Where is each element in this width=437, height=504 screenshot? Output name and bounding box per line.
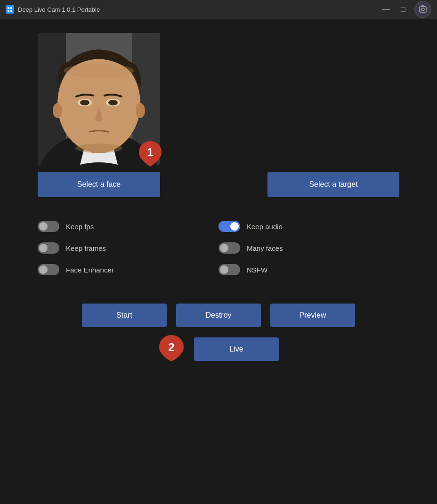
action-buttons: Start Destroy Preview [38, 304, 399, 327]
maximize-button[interactable]: □ [397, 4, 409, 15]
app-icon [6, 5, 14, 14]
many-faces-toggle[interactable] [218, 242, 240, 254]
toggles-section: Keep fps Keep frames Face Enhancer [38, 221, 399, 275]
screenshot-button[interactable] [414, 1, 431, 18]
svg-point-13 [64, 64, 134, 78]
svg-point-16 [80, 100, 89, 105]
keep-fps-toggle[interactable] [38, 221, 59, 232]
target-section: Select a target [267, 33, 399, 197]
face-preview-container: 1 [38, 33, 160, 165]
nsfw-row: NSFW [218, 264, 399, 275]
svg-rect-3 [10, 10, 12, 12]
keep-audio-label: Keep audio [247, 223, 283, 231]
face-count-badge: 1 [138, 140, 162, 169]
face-enhancer-toggle[interactable] [38, 264, 59, 275]
live-button[interactable]: Live [194, 337, 279, 361]
main-content: 1 Select a face Select a target Keep fps [0, 19, 437, 378]
svg-text:1: 1 [147, 146, 153, 159]
many-faces-row: Many faces [218, 242, 399, 254]
live-row: 2 Live [38, 334, 399, 364]
select-target-button[interactable]: Select a target [267, 172, 399, 197]
target-preview-empty [267, 33, 399, 165]
svg-point-18 [53, 103, 62, 118]
toggles-left: Keep fps Keep frames Face Enhancer [38, 221, 218, 275]
keep-frames-toggle[interactable] [38, 242, 59, 254]
svg-rect-4 [420, 7, 426, 12]
window-title: Deep Live Cam 1.0.1 Portable [18, 6, 377, 13]
window-controls: — □ [380, 1, 431, 18]
live-badge: 2 [158, 334, 185, 362]
many-faces-label: Many faces [247, 244, 283, 252]
select-face-button[interactable]: Select a face [38, 172, 160, 197]
nsfw-label: NSFW [247, 266, 267, 274]
svg-rect-2 [8, 10, 9, 12]
svg-rect-0 [8, 7, 9, 9]
svg-point-19 [136, 103, 145, 118]
minimize-button[interactable]: — [380, 4, 392, 15]
start-button[interactable]: Start [82, 304, 167, 327]
keep-fps-row: Keep fps [38, 221, 218, 232]
svg-point-20 [75, 144, 122, 153]
toggles-right: Keep audio Many faces NSFW [218, 221, 399, 275]
live-badge-container: 2 [158, 334, 185, 364]
destroy-button[interactable]: Destroy [176, 304, 261, 327]
preview-button[interactable]: Preview [270, 304, 355, 327]
keep-audio-row: Keep audio [218, 221, 399, 232]
face-section: 1 Select a face [38, 33, 160, 197]
keep-audio-toggle[interactable] [218, 221, 240, 232]
face-enhancer-label: Face Enhancer [66, 266, 114, 274]
face-enhancer-row: Face Enhancer [38, 264, 218, 275]
nsfw-toggle[interactable] [218, 264, 240, 275]
keep-frames-row: Keep frames [38, 242, 218, 254]
svg-rect-1 [10, 7, 12, 9]
svg-point-5 [421, 8, 424, 11]
keep-fps-label: Keep fps [66, 223, 94, 231]
svg-point-17 [108, 100, 118, 105]
keep-frames-label: Keep frames [66, 244, 106, 252]
svg-text:2: 2 [168, 341, 174, 353]
title-bar: Deep Live Cam 1.0.1 Portable — □ [0, 0, 437, 19]
